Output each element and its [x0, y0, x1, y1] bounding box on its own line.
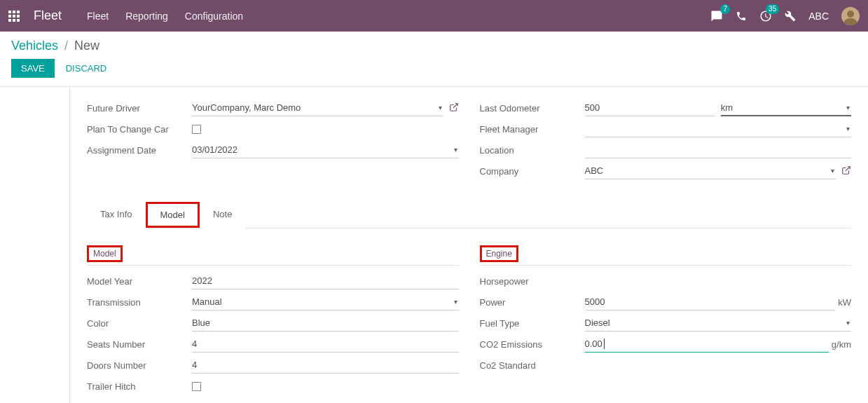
- svg-line-3: [846, 166, 850, 170]
- fleet-manager-label: Fleet Manager: [480, 124, 585, 135]
- assignment-date-label: Assignment Date: [87, 145, 192, 156]
- fuel-type-field[interactable]: Diesel ▾: [585, 315, 852, 332]
- power-label: Power: [480, 297, 585, 308]
- model-year-field[interactable]: [192, 273, 459, 289]
- doors-label: Doors Number: [87, 360, 192, 371]
- odometer-unit-field[interactable]: km ▾: [721, 100, 851, 116]
- apps-icon[interactable]: [8, 11, 20, 22]
- co2-emissions-field[interactable]: [585, 336, 829, 353]
- avatar[interactable]: [841, 7, 860, 25]
- save-button[interactable]: SAVE: [11, 59, 55, 78]
- assignment-date-value: 03/01/2022: [192, 144, 237, 155]
- trailer-hitch-checkbox[interactable]: [192, 382, 201, 391]
- chevron-down-icon[interactable]: ▾: [846, 319, 850, 327]
- user-name-label[interactable]: ABC: [808, 11, 829, 22]
- co2-standard-field[interactable]: [585, 357, 852, 374]
- tab-model[interactable]: Model: [146, 202, 200, 228]
- breadcrumb-root[interactable]: Vehicles: [11, 39, 58, 53]
- last-odometer-label: Last Odometer: [480, 103, 585, 114]
- chevron-down-icon[interactable]: ▾: [831, 167, 834, 175]
- odometer-unit-value: km: [721, 102, 733, 113]
- future-driver-field[interactable]: YourCompany, Marc Demo ▾: [192, 100, 443, 116]
- power-value[interactable]: [585, 296, 836, 307]
- power-unit: kW: [838, 297, 851, 308]
- nav-menu-reporting[interactable]: Reporting: [125, 11, 168, 22]
- nav-menu-fleet[interactable]: Fleet: [87, 11, 109, 22]
- company-field[interactable]: ABC ▾: [585, 163, 836, 179]
- messages-icon[interactable]: 7: [710, 10, 723, 22]
- activities-icon[interactable]: 35: [759, 10, 772, 22]
- transmission-value: Manual: [192, 296, 222, 307]
- svg-line-2: [453, 103, 457, 107]
- transmission-field[interactable]: Manual ▾: [192, 294, 459, 310]
- company-label: Company: [480, 166, 585, 177]
- chevron-down-icon[interactable]: ▾: [846, 104, 850, 111]
- seats-label: Seats Number: [87, 339, 192, 350]
- tab-note[interactable]: Note: [200, 203, 245, 228]
- company-value: ABC: [585, 165, 604, 176]
- model-year-value[interactable]: [192, 275, 459, 286]
- external-link-icon[interactable]: [841, 165, 851, 177]
- nav-menu-configuration[interactable]: Configuration: [185, 11, 243, 22]
- seats-field[interactable]: [192, 336, 459, 353]
- doors-value[interactable]: [192, 360, 459, 370]
- assignment-date-field[interactable]: 03/01/2022 ▾: [192, 142, 459, 158]
- transmission-label: Transmission: [87, 297, 192, 308]
- power-field[interactable]: [585, 294, 836, 310]
- tab-tax-info[interactable]: Tax Info: [87, 203, 146, 228]
- co2-emissions-label: CO2 Emissions: [480, 339, 585, 350]
- plan-to-change-label: Plan To Change Car: [87, 124, 192, 135]
- svg-point-1: [843, 18, 857, 25]
- model-group-title: Model: [87, 245, 123, 262]
- breadcrumb: Vehicles / New: [11, 39, 857, 53]
- plan-to-change-checkbox[interactable]: [192, 125, 201, 134]
- last-odometer-value[interactable]: [585, 102, 715, 113]
- activities-badge: 35: [766, 4, 779, 14]
- location-field[interactable]: [585, 142, 852, 158]
- horsepower-field[interactable]: [585, 273, 852, 289]
- external-link-icon[interactable]: [449, 102, 459, 114]
- color-label: Color: [87, 318, 192, 329]
- co2-standard-label: Co2 Standard: [480, 360, 585, 371]
- messages-badge: 7: [720, 4, 730, 14]
- model-year-label: Model Year: [87, 276, 192, 287]
- color-field[interactable]: [192, 315, 459, 332]
- chevron-down-icon[interactable]: ▾: [846, 125, 850, 132]
- phone-icon[interactable]: [736, 11, 747, 22]
- fuel-type-label: Fuel Type: [480, 318, 585, 329]
- co2-emissions-value[interactable]: [585, 339, 605, 349]
- future-driver-value: YourCompany, Marc Demo: [192, 102, 301, 113]
- form-sheet: Future Driver YourCompany, Marc Demo ▾ P…: [70, 87, 868, 403]
- control-panel: Vehicles / New SAVE DISCARD: [0, 32, 868, 87]
- color-value[interactable]: [192, 317, 459, 328]
- app-brand[interactable]: Fleet: [34, 8, 62, 23]
- co2-emissions-unit: g/km: [832, 339, 851, 350]
- seats-value[interactable]: [192, 339, 459, 349]
- engine-group-title: Engine: [480, 245, 518, 262]
- breadcrumb-current: New: [74, 39, 99, 53]
- chevron-down-icon[interactable]: ▾: [454, 298, 457, 306]
- chevron-down-icon[interactable]: ▾: [439, 104, 442, 111]
- future-driver-label: Future Driver: [87, 103, 192, 114]
- left-spacer: [0, 87, 70, 403]
- horsepower-label: Horsepower: [480, 276, 585, 287]
- discard-button[interactable]: DISCARD: [63, 59, 110, 78]
- trailer-hitch-label: Trailer Hitch: [87, 381, 192, 392]
- svg-point-0: [847, 11, 854, 18]
- fuel-type-value: Diesel: [585, 317, 610, 328]
- debug-icon[interactable]: [785, 11, 796, 22]
- last-odometer-field[interactable]: [585, 100, 715, 116]
- tabs: Tax Info Model Note: [87, 202, 851, 228]
- doors-field[interactable]: [192, 357, 459, 374]
- chevron-down-icon[interactable]: ▾: [454, 146, 457, 153]
- top-navbar: Fleet Fleet Reporting Configuration 7 35…: [0, 0, 868, 32]
- fleet-manager-field[interactable]: ▾: [585, 121, 852, 137]
- location-label: Location: [480, 145, 585, 156]
